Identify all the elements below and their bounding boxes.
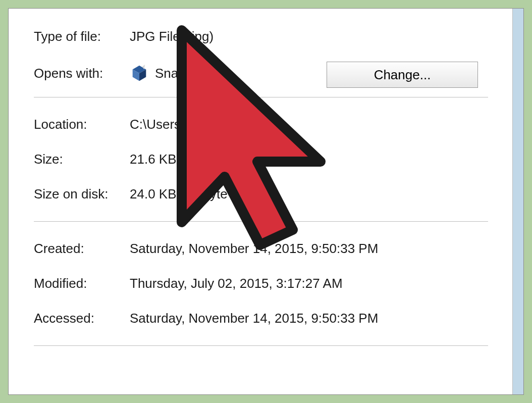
row-modified: Modified: Thursday, July 02, 2015, 3:17:… <box>34 276 498 291</box>
right-stripe <box>512 9 523 394</box>
label-modified: Modified: <box>34 276 130 291</box>
value-accessed: Saturday, November 14, 2015, 9:50:33 PM <box>130 311 378 326</box>
label-created: Created: <box>34 241 130 257</box>
change-button[interactable]: Change... <box>327 62 478 88</box>
row-size: Size: 21.6 KB (22 <box>34 152 498 167</box>
label-location: Location: <box>34 117 130 132</box>
value-type: JPG File (.jpg) <box>130 29 214 44</box>
label-size-on-disk: Size on disk: <box>34 186 130 202</box>
label-size: Size: <box>34 152 130 167</box>
row-accessed: Accessed: Saturday, November 14, 2015, 9… <box>34 311 498 326</box>
row-type: Type of file: JPG File (.jpg) <box>34 29 498 44</box>
value-opens-with: Snagit <box>155 66 192 81</box>
row-location: Location: C:\Users\Us <box>34 117 498 132</box>
app-icon <box>130 64 149 83</box>
properties-dialog: Type of file: JPG File (.jpg) Opens with… <box>8 8 524 395</box>
value-location: C:\Users\Us <box>130 117 200 132</box>
label-accessed: Accessed: <box>34 311 130 326</box>
label-opens-with: Opens with: <box>34 66 130 81</box>
value-modified: Thursday, July 02, 2015, 3:17:27 AM <box>130 276 343 291</box>
row-size-on-disk: Size on disk: 24.0 KB (24 byte <box>34 186 498 202</box>
value-size-on-disk: 24.0 KB (24 byte <box>130 186 228 202</box>
row-created: Created: Saturday, November 14, 2015, 9:… <box>34 241 498 257</box>
label-type: Type of file: <box>34 29 130 44</box>
value-created: Saturday, November 14, 2015, 9:50:33 PM <box>130 241 378 257</box>
value-size: 21.6 KB (22 <box>130 152 199 167</box>
divider-3 <box>34 345 488 346</box>
row-opens-with: Opens with: Snagit Change... <box>34 64 498 83</box>
divider-2 <box>34 221 488 222</box>
divider-1 <box>34 97 488 97</box>
